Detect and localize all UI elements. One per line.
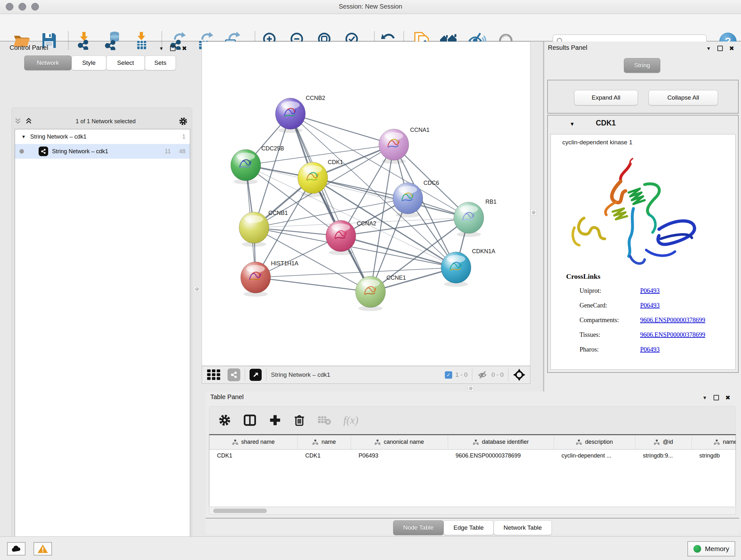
warnings-button[interactable] bbox=[33, 542, 52, 556]
table-horizontal-scrollbar[interactable] bbox=[209, 507, 736, 515]
table-panel-minimize-icon[interactable]: ▼ bbox=[702, 395, 707, 400]
control-panel-minimize-icon[interactable]: ▼ bbox=[159, 46, 164, 51]
network-node-CDC25B[interactable] bbox=[231, 149, 261, 184]
control-panel-float-icon[interactable] bbox=[170, 46, 176, 51]
string-network-graph[interactable]: CCNB2CCNA1CDC25BCDK1CDC6RB1CCNB1CCNA2CDK… bbox=[202, 42, 530, 366]
network-collection-row[interactable]: ▼ String Network – cdk1 1 bbox=[15, 129, 190, 144]
tab-network[interactable]: Network bbox=[24, 56, 71, 70]
column-type-icon bbox=[654, 439, 660, 445]
tab-string[interactable]: String bbox=[624, 58, 660, 73]
network-node-CCNA1[interactable] bbox=[379, 129, 409, 164]
results-panel-title: Results Panel bbox=[548, 44, 587, 51]
node-label-CDKN1A: CDKN1A bbox=[472, 248, 495, 254]
table-cell[interactable]: stringdb bbox=[691, 449, 736, 462]
left-splitter-handle[interactable] bbox=[194, 286, 200, 292]
control-panel-close-icon[interactable]: ✖ bbox=[182, 45, 187, 52]
crosslink-row: Compartments:9606.ENSP00000378699 bbox=[580, 316, 730, 324]
table-cell[interactable]: P06493 bbox=[351, 449, 448, 462]
edge-CCNB2-CCNA1[interactable] bbox=[290, 114, 394, 145]
collapse-all-button[interactable]: Collapse All bbox=[649, 90, 718, 105]
network-node-CDC6[interactable] bbox=[393, 183, 423, 217]
edge-CCNA1-CCNE1[interactable] bbox=[370, 145, 394, 292]
selected-checkbox-icon[interactable]: ✓ bbox=[445, 371, 452, 379]
column-header-description[interactable]: description bbox=[554, 435, 635, 449]
tab-sets[interactable]: Sets bbox=[145, 56, 176, 70]
window-titlebar: Session: New Session bbox=[0, 0, 741, 14]
tab-network-table[interactable]: Network Table bbox=[494, 520, 552, 535]
tab-node-table[interactable]: Node Table bbox=[393, 520, 444, 535]
crosslink-link[interactable]: 9606.ENSP00000378699 bbox=[640, 331, 705, 338]
results-panel-close-icon[interactable]: ✖ bbox=[729, 45, 734, 52]
crosslink-link[interactable]: 9606.ENSP00000378699 bbox=[640, 316, 705, 324]
table-cell[interactable]: stringdb:9... bbox=[635, 449, 691, 462]
create-column-icon[interactable] bbox=[269, 414, 281, 427]
column-header-namespace[interactable]: namespace bbox=[691, 435, 736, 449]
table-options-gear-icon[interactable] bbox=[218, 414, 231, 427]
column-header-label: database identifier bbox=[482, 439, 529, 445]
tab-select[interactable]: Select bbox=[106, 56, 145, 70]
expand-all-button[interactable]: Expand All bbox=[574, 90, 638, 105]
network-node-CCNB2[interactable] bbox=[275, 98, 306, 133]
collapse-all-networks-icon[interactable] bbox=[25, 117, 32, 125]
expand-all-networks-icon[interactable] bbox=[14, 117, 22, 125]
memory-button[interactable]: Memory bbox=[687, 541, 735, 557]
collection-expand-icon[interactable]: ▼ bbox=[21, 134, 26, 139]
table-cell[interactable]: CDK1 bbox=[209, 449, 297, 462]
right-splitter-handle[interactable] bbox=[531, 209, 536, 215]
node-table[interactable]: shared namenamecanonical namedatabase id… bbox=[209, 434, 736, 506]
crosslink-link[interactable]: P06493 bbox=[640, 287, 660, 294]
column-header-database-identifier[interactable]: database identifier bbox=[448, 435, 554, 449]
show-columns-icon[interactable] bbox=[243, 414, 257, 427]
network-node-CDK1[interactable] bbox=[298, 162, 328, 197]
protein-details-box: ▼ CDK1 cyclin-dependent kinase 1 bbox=[547, 115, 739, 373]
birds-eye-view-icon[interactable] bbox=[513, 368, 526, 381]
table-row[interactable]: CDK1CDK1P064939606.ENSP00000378699cyclin… bbox=[209, 449, 736, 462]
network-options-gear-icon[interactable] bbox=[179, 117, 188, 126]
table-panel-float-icon[interactable] bbox=[714, 395, 719, 400]
node-label-CCNB1: CCNB1 bbox=[268, 210, 288, 216]
column-header-canonical-name[interactable]: canonical name bbox=[351, 435, 448, 449]
table-cell[interactable]: CDK1 bbox=[297, 449, 351, 462]
protein-structure-image bbox=[565, 154, 705, 275]
network-row[interactable]: String Network – cdk1 11 48 bbox=[15, 144, 190, 159]
network-node-RB1[interactable] bbox=[454, 202, 484, 237]
table-header-row[interactable]: shared namenamecanonical namedatabase id… bbox=[209, 435, 736, 449]
tab-edge-table[interactable]: Edge Table bbox=[444, 520, 494, 535]
results-panel-minimize-icon[interactable]: ▼ bbox=[706, 46, 711, 51]
table-panel-close-icon[interactable]: ✖ bbox=[725, 394, 731, 401]
hidden-counts: 0 - 0 bbox=[491, 371, 503, 378]
function-builder-icon: f(x) bbox=[343, 414, 358, 426]
cloud-icon bbox=[10, 545, 22, 553]
network-badge-icon[interactable] bbox=[227, 368, 240, 381]
column-header--id[interactable]: @id bbox=[635, 435, 691, 449]
table-cell[interactable]: cyclin-dependent ... bbox=[554, 449, 635, 462]
control-panel-title: Control Panel bbox=[10, 44, 48, 51]
network-node-CCNB1[interactable] bbox=[239, 212, 269, 247]
column-header-name[interactable]: name bbox=[297, 435, 351, 449]
crosslink-link[interactable]: P06493 bbox=[640, 346, 660, 353]
current-network-title: String Network – cdk1 bbox=[271, 371, 330, 378]
column-header-label: canonical name bbox=[384, 439, 424, 445]
delete-column-icon[interactable] bbox=[293, 414, 305, 427]
results-panel-float-icon[interactable] bbox=[718, 46, 723, 51]
tab-style[interactable]: Style bbox=[71, 56, 106, 70]
bottom-splitter-handle[interactable] bbox=[468, 385, 474, 391]
network-canvas[interactable]: CCNB2CCNA1CDC25BCDK1CDC6RB1CCNB1CCNA2CDK… bbox=[202, 42, 530, 366]
scrollbar-thumb[interactable] bbox=[213, 509, 267, 513]
network-node-CDKN1A[interactable] bbox=[441, 252, 471, 287]
network-node-CCNE1[interactable] bbox=[355, 276, 386, 311]
network-node-HIST1H1A[interactable] bbox=[241, 262, 271, 297]
edge-CCNB2-CCNE1[interactable] bbox=[290, 114, 370, 292]
protein-collapse-icon[interactable]: ▼ bbox=[569, 121, 575, 127]
crosslinks-list: Uniprot:P06493GeneCard:P06493Compartment… bbox=[580, 287, 730, 361]
open-in-window-icon[interactable] bbox=[250, 369, 262, 381]
node-label-HIST1H1A: HIST1H1A bbox=[271, 260, 298, 266]
node-label-CDC6: CDC6 bbox=[423, 180, 439, 186]
grid-view-icon[interactable] bbox=[206, 369, 222, 381]
cloud-status-button[interactable] bbox=[7, 542, 25, 556]
column-header-shared-name[interactable]: shared name bbox=[209, 435, 297, 449]
table-cell[interactable]: 9606.ENSP00000378699 bbox=[448, 449, 554, 462]
crosslink-link[interactable]: P06493 bbox=[640, 302, 660, 309]
crosslink-row: GeneCard:P06493 bbox=[580, 302, 730, 309]
edge-HIST1H1A-CCNE1[interactable] bbox=[256, 277, 370, 292]
